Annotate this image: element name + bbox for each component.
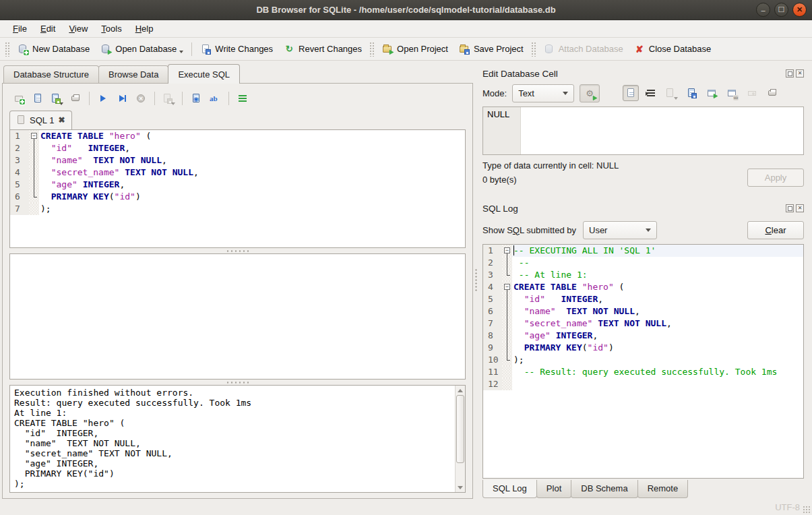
- save-results-button[interactable]: [160, 90, 177, 107]
- scroll-up-icon[interactable]: [456, 386, 465, 395]
- attach-database-button[interactable]: Attach Database: [538, 41, 629, 57]
- statusbar: UTF-8: [0, 499, 812, 515]
- splitter-handle[interactable]: [9, 248, 466, 253]
- dock-tab-bar: SQL Log Plot DB Schema Remote: [482, 479, 804, 499]
- save-project-button[interactable]: Save Project: [454, 41, 529, 57]
- sql-document-tab[interactable]: SQL 1 ✖: [9, 111, 72, 129]
- new-database-button[interactable]: New Database: [12, 41, 95, 57]
- code-line: 4 "secret_name" TEXT NOT NULL,: [10, 166, 465, 179]
- dock-close-icon[interactable]: ✕: [796, 204, 804, 212]
- close-icon[interactable]: ✕: [792, 3, 807, 17]
- mode-combobox[interactable]: Text: [512, 84, 574, 102]
- toolbar-handle[interactable]: [369, 42, 375, 57]
- fold-collapse-icon[interactable]: −: [31, 133, 37, 139]
- clear-log-button[interactable]: Clear: [747, 221, 804, 239]
- window-title: DB Browser for SQLite - /home/user/code/…: [0, 5, 812, 15]
- tab-execute-sql[interactable]: Execute SQL: [168, 64, 240, 84]
- encoding-indicator[interactable]: UTF-8: [775, 502, 800, 512]
- export-cell-button[interactable]: [683, 85, 699, 101]
- log-filter-label: Show SQL submitted by: [482, 225, 576, 235]
- toolbar-handle[interactable]: [531, 42, 536, 57]
- print-cell-button[interactable]: [764, 85, 780, 101]
- open-project-button[interactable]: Open Project: [377, 41, 454, 57]
- menu-help[interactable]: Help: [129, 22, 160, 36]
- chevron-down-icon: [646, 229, 651, 232]
- find-button[interactable]: ◉: [188, 90, 204, 107]
- print-icon: [70, 93, 81, 104]
- sql-tab-close-icon[interactable]: ✖: [58, 116, 65, 124]
- code-line: 8 "age" INTEGER,: [483, 330, 803, 342]
- fold-collapse-icon[interactable]: −: [504, 284, 510, 290]
- execute-sql-frame: ✕ ◉ ab SQL 1 ✖: [2, 83, 473, 499]
- mode-label: Mode:: [482, 88, 507, 98]
- print-sql-button[interactable]: [67, 90, 84, 107]
- format-sql-button[interactable]: [235, 90, 251, 107]
- main-toolbar: New Database Open Database Write Changes…: [0, 38, 812, 61]
- open-database-button[interactable]: Open Database: [95, 41, 189, 57]
- execute-all-button[interactable]: [95, 90, 111, 107]
- import-icon: [664, 88, 675, 98]
- sql-editor[interactable]: 1−CREATE TABLE "hero" (2 "id" INTEGER,3 …: [9, 129, 466, 248]
- execute-line-button[interactable]: [114, 90, 130, 107]
- import-cell-button[interactable]: [663, 85, 679, 101]
- app-window: DB Browser for SQLite - /home/user/code/…: [0, 0, 812, 515]
- main-area: Database Structure Browse Data Execute S…: [0, 61, 812, 499]
- revert-changes-button[interactable]: ↻ Revert Changes: [278, 41, 367, 57]
- minimize-icon[interactable]: –: [756, 3, 770, 17]
- vertical-scrollbar: [455, 386, 465, 492]
- close-database-button[interactable]: ✘ Close Database: [629, 41, 717, 57]
- replace-button[interactable]: ab: [207, 90, 223, 107]
- cell-value-editor[interactable]: NULL: [482, 107, 804, 155]
- log-filter-combobox[interactable]: User: [583, 221, 657, 239]
- toolbar-handle[interactable]: [5, 42, 10, 57]
- dock-float-icon[interactable]: [786, 204, 794, 212]
- toolbar-separator: [182, 92, 183, 105]
- scroll-down-icon[interactable]: [456, 483, 465, 492]
- dock-float-icon[interactable]: [786, 69, 794, 78]
- tab-database-structure[interactable]: Database Structure: [3, 65, 99, 84]
- apply-button[interactable]: Apply: [747, 169, 804, 187]
- tab-plot[interactable]: Plot: [536, 480, 571, 498]
- code-line: 7 "secret_name" TEXT NOT NULL,: [483, 317, 803, 330]
- pane-splitter[interactable]: [473, 61, 478, 499]
- save-sql-file-button[interactable]: [49, 90, 65, 107]
- fold-collapse-icon[interactable]: −: [504, 247, 510, 253]
- code-line: 11 -- Result: query executed successfull…: [483, 366, 803, 378]
- word-wrap-button[interactable]: [643, 85, 659, 101]
- stop-execution-button[interactable]: ✕: [133, 90, 149, 107]
- write-changes-button[interactable]: Write Changes: [195, 41, 278, 57]
- new-sql-tab-button[interactable]: [11, 90, 27, 107]
- code-line: 6 PRIMARY KEY("id"): [10, 191, 465, 203]
- scrollbar-track[interactable]: [456, 395, 465, 483]
- menu-file[interactable]: File: [7, 22, 33, 36]
- set-null-button[interactable]: [744, 85, 760, 101]
- copy-link-button[interactable]: [724, 85, 740, 101]
- scrollbar-thumb[interactable]: [456, 395, 464, 463]
- open-external-button[interactable]: [704, 85, 720, 101]
- dock-close-icon[interactable]: ✕: [796, 69, 804, 78]
- tab-remote[interactable]: Remote: [637, 480, 689, 498]
- code-line: 2 --: [483, 257, 803, 269]
- sql-document-icon: [17, 115, 26, 125]
- menu-edit[interactable]: Edit: [34, 22, 61, 36]
- text-document-button[interactable]: [623, 85, 639, 101]
- results-table-pane[interactable]: [9, 253, 466, 380]
- open-sql-file-button[interactable]: [30, 90, 46, 107]
- menu-view[interactable]: View: [63, 22, 94, 36]
- auto-switch-mode-button[interactable]: ⚙: [580, 84, 600, 102]
- cell-editor-content[interactable]: [521, 107, 803, 154]
- cell-mode-row: Mode: Text ⚙: [482, 81, 804, 105]
- code-line: 10);: [483, 354, 803, 366]
- execution-message-text[interactable]: Execution finished without errors. Resul…: [10, 386, 455, 492]
- menu-tools[interactable]: Tools: [95, 22, 127, 36]
- new-database-icon: [18, 44, 28, 55]
- maximize-icon[interactable]: ☐: [774, 3, 788, 17]
- sql-log-view[interactable]: 1−-- EXECUTING ALL IN 'SQL 1'2 --3 -- At…: [482, 244, 804, 479]
- tab-browse-data[interactable]: Browse Data: [98, 65, 168, 84]
- export-icon: [686, 88, 697, 98]
- resize-grip[interactable]: [803, 506, 811, 514]
- splitter-handle[interactable]: [9, 380, 466, 385]
- sql-toolbar: ✕ ◉ ab: [9, 88, 466, 109]
- tab-db-schema[interactable]: DB Schema: [571, 480, 637, 498]
- tab-sql-log[interactable]: SQL Log: [482, 480, 537, 498]
